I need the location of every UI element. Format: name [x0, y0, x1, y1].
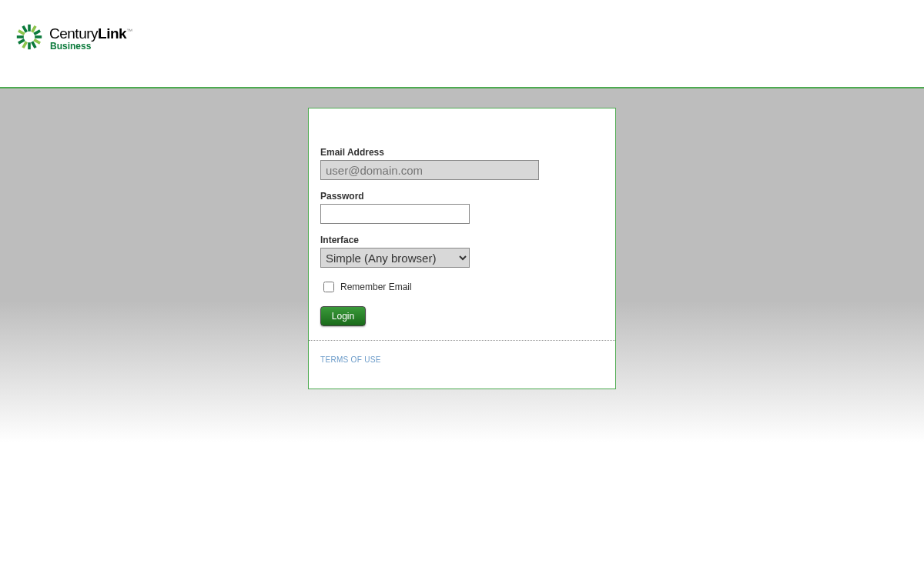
- interface-label: Interface: [320, 235, 604, 245]
- main-area: Email Address Password Interface Simple …: [0, 88, 924, 442]
- email-group: Email Address: [320, 147, 604, 180]
- email-field[interactable]: [320, 160, 539, 180]
- svg-rect-3: [35, 35, 42, 38]
- remember-label: Remember Email: [340, 282, 412, 292]
- login-button[interactable]: Login: [320, 306, 366, 326]
- email-label: Email Address: [320, 147, 604, 158]
- logo-tm: ™: [126, 28, 132, 35]
- password-field[interactable]: [320, 204, 470, 224]
- password-group: Password: [320, 191, 604, 224]
- logo-text: CenturyLink™ Business: [49, 25, 132, 52]
- password-label: Password: [320, 191, 604, 202]
- logo-brand-suffix: Link: [98, 25, 126, 42]
- centurylink-logo-icon: [15, 23, 43, 54]
- header: CenturyLink™ Business: [0, 0, 924, 88]
- logo: CenturyLink™ Business: [15, 23, 909, 54]
- logo-subtitle: Business: [50, 41, 132, 52]
- interface-select[interactable]: Simple (Any browser): [320, 248, 470, 268]
- panel-footer: TERMS OF USE: [309, 341, 615, 389]
- login-panel: Email Address Password Interface Simple …: [308, 108, 616, 389]
- svg-rect-0: [28, 25, 31, 32]
- svg-rect-1: [28, 42, 31, 49]
- remember-row: Remember Email: [320, 282, 604, 292]
- terms-link[interactable]: TERMS OF USE: [320, 355, 381, 364]
- remember-checkbox[interactable]: [323, 282, 334, 292]
- logo-brand-prefix: Century: [49, 25, 98, 42]
- interface-group: Interface Simple (Any browser): [320, 235, 604, 268]
- svg-rect-2: [17, 35, 24, 38]
- logo-brand: CenturyLink™: [49, 25, 132, 42]
- login-form: Email Address Password Interface Simple …: [309, 108, 615, 341]
